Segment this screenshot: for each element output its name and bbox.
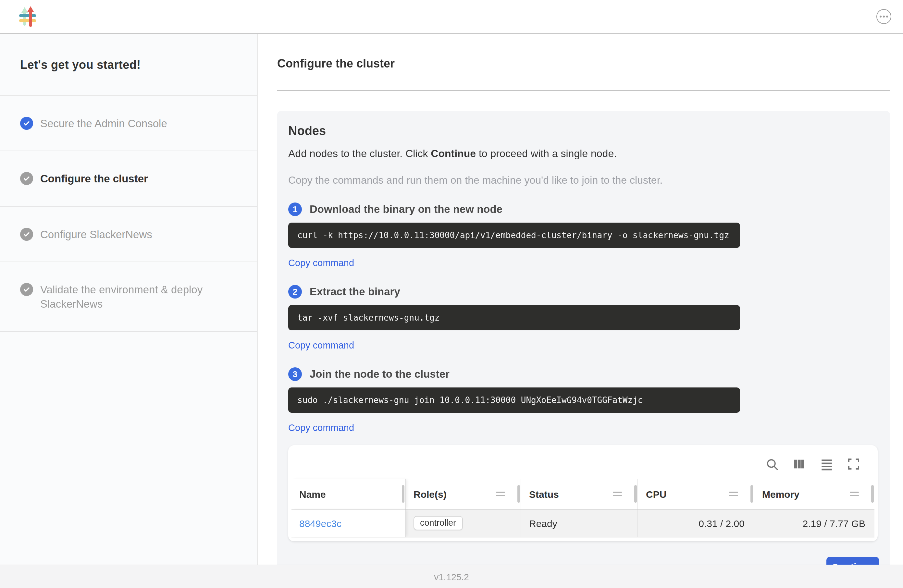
sidebar-divider [0,331,257,332]
column-resize-handle[interactable] [750,485,753,503]
step-complete-check-icon [20,117,33,130]
footer: v1.125.2 [0,564,903,588]
ellipsis-dot [886,16,888,17]
step-3-heading: 3 Join the node to the cluster [288,367,879,381]
main-content: Configure the cluster Nodes Add nodes to… [258,34,903,564]
column-drag-icon[interactable] [496,492,505,496]
admin-console-app: Let's get you started! Secure the Admin … [0,0,903,588]
node-name-link[interactable]: 8849ec3c [299,517,341,528]
copy-commands-hint: Copy the commands and run them on the ma… [288,175,879,186]
step-2-title: Extract the binary [310,286,400,298]
sidebar-step-label: Secure the Admin Console [40,116,167,131]
step-1-number-badge: 1 [288,203,302,216]
node-table-row: 8849ec3c controller Ready 0.31 / 2.00 2.… [291,509,875,538]
step-3-number-badge: 3 [288,367,302,381]
node-roles-cell: controller [406,509,521,537]
fullscreen-icon[interactable] [846,457,861,471]
column-resize-handle[interactable] [634,485,637,503]
column-header-roles: Role(s) [406,479,521,509]
step-pending-check-icon [20,228,33,241]
setup-steps-sidebar: Let's get you started! Secure the Admin … [0,34,258,564]
overflow-menu-button[interactable] [876,9,891,24]
top-bar [0,0,903,34]
node-name-cell: 8849ec3c [291,509,406,537]
nodes-card: Nodes Add nodes to the cluster. Click Co… [277,111,890,588]
node-memory-cell: 2.19 / 7.77 GB [754,509,875,537]
node-cpu-cell: 0.31 / 2.00 [638,509,754,537]
step-2-copy-command-link[interactable]: Copy command [288,340,354,351]
slackernews-logo-icon [19,6,36,27]
table-toolbar [288,445,878,479]
step-1-command-text: curl -k https://10.0.0.11:30000/api/v1/e… [297,230,729,240]
step-3-command-block: sudo ./slackernews-gnu join 10.0.0.11:30… [288,387,740,413]
column-drag-icon[interactable] [613,492,622,496]
step-2-command-block: tar -xvf slackernews-gnu.tgz [288,305,740,330]
step-1-command-block: curl -k https://10.0.0.11:30000/api/v1/e… [288,223,740,248]
step-pending-check-icon [20,172,33,185]
table-header-row: Name Role(s) Status [291,479,875,509]
page-title: Configure the cluster [277,57,890,71]
column-header-name: Name [291,479,406,509]
column-resize-handle[interactable] [871,485,874,503]
version-label: v1.125.2 [434,571,469,582]
column-header-cpu: CPU [638,479,754,509]
density-icon[interactable] [819,457,834,471]
sidebar-step-label: Validate the environment & deploy Slacke… [40,282,230,311]
step-2-command-text: tar -xvf slackernews-gnu.tgz [297,313,439,322]
sidebar-step-label: Configure the cluster [40,172,148,186]
sidebar-step-configure-cluster[interactable]: Configure the cluster [0,151,257,206]
step-2-number-badge: 2 [288,285,302,299]
ellipsis-dot [883,16,885,17]
step-1-title: Download the binary on the new node [310,203,502,215]
search-icon[interactable] [765,457,779,471]
view-columns-icon[interactable] [792,457,806,471]
column-header-status: Status [521,479,638,509]
step-3-copy-command-link[interactable]: Copy command [288,423,354,433]
column-header-memory: Memory [754,479,875,509]
sidebar-step-configure-slackernews[interactable]: Configure SlackerNews [0,207,257,261]
step-pending-check-icon [20,283,33,296]
step-1-copy-command-link[interactable]: Copy command [288,258,354,268]
nodes-table: Name Role(s) Status [291,479,875,538]
nodes-intro-text: Add nodes to the cluster. Click Continue… [288,148,879,160]
column-resize-handle[interactable] [402,485,404,503]
title-divider [277,90,890,91]
node-status-cell: Ready [521,509,638,537]
column-resize-handle[interactable] [518,485,520,503]
step-1-heading: 1 Download the binary on the new node [288,203,879,216]
column-drag-icon[interactable] [850,492,859,496]
sidebar-step-label: Configure SlackerNews [40,227,152,241]
step-2-heading: 2 Extract the binary [288,285,879,299]
sidebar-step-validate-deploy[interactable]: Validate the environment & deploy Slacke… [0,262,257,331]
ellipsis-dot [879,16,882,17]
step-3-title: Join the node to the cluster [310,368,450,380]
column-drag-icon[interactable] [729,492,738,496]
sidebar-step-secure-admin-console[interactable]: Secure the Admin Console [0,96,257,151]
continue-emphasis: Continue [431,148,476,159]
nodes-card-title: Nodes [288,124,879,138]
sidebar-title: Let's get you started! [0,34,257,95]
nodes-table-panel: Name Role(s) Status [288,445,878,541]
step-3-command-text: sudo ./slackernews-gnu join 10.0.0.11:30… [297,395,643,405]
role-chip: controller [414,516,463,530]
